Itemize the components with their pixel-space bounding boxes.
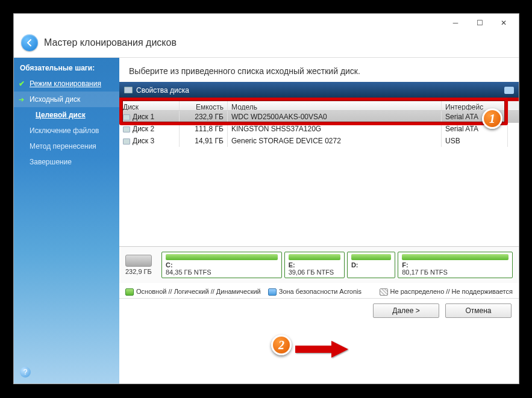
disk-icon <box>124 87 133 93</box>
col-capacity[interactable]: Емкость <box>180 101 228 110</box>
disk-summary: 232,9 ГБ <box>125 252 158 278</box>
annotation-badge-2: 2 <box>271 335 292 355</box>
sidebar-step-label: Метод перенесения <box>30 142 96 151</box>
partition-e[interactable]: E: 39,06 ГБ NTFS <box>284 252 345 278</box>
legend-swatch-primary <box>125 288 134 296</box>
partition-f[interactable]: F: 80,17 ГБ NTFS <box>398 252 513 278</box>
close-button[interactable]: ✕ <box>492 16 516 30</box>
col-interface[interactable]: Интерфейс <box>442 101 508 110</box>
sidebar-step-clone-mode[interactable]: ✔ Режим клонирования <box>14 76 119 92</box>
sidebar-step-exclusions: Исключение файлов <box>14 123 119 138</box>
legend-swatch-acronis <box>268 288 277 296</box>
disk-table: Диск Емкость Модель Интерфейс Диск 1 232… <box>119 98 519 246</box>
annotation-arrow-icon <box>295 341 349 359</box>
toolbar-props-label[interactable]: Свойства диска <box>136 86 189 95</box>
hdd-icon <box>123 138 130 145</box>
header: Мастер клонирования дисков <box>14 32 519 58</box>
scrollbar[interactable] <box>508 101 519 110</box>
back-button[interactable] <box>21 34 38 51</box>
sidebar: Обязательные шаги: ✔ Режим клонирования … <box>14 58 119 384</box>
help-button[interactable]: ? <box>20 367 31 378</box>
main-panel: Выберите из приведенного списка исходный… <box>119 58 519 384</box>
arrow-right-icon: ➔ <box>19 96 24 104</box>
sidebar-step-finish: Завершение <box>14 154 119 170</box>
footer: Далее > Отмена <box>119 298 519 323</box>
table-row[interactable]: Диск 1 232,9 ГБ WDC WD2500AAKS-00VSA0 Se… <box>119 111 519 123</box>
next-button[interactable]: Далее > <box>373 303 439 318</box>
sidebar-step-label: Исходный диск <box>30 95 80 104</box>
sidebar-step-label: Исключение файлов <box>30 126 99 135</box>
sidebar-step-source-disk[interactable]: ➔ Исходный диск <box>14 92 119 107</box>
instruction-text: Выберите из приведенного списка исходный… <box>119 58 519 82</box>
table-body: Диск 1 232,9 ГБ WDC WD2500AAKS-00VSA0 Se… <box>119 111 519 246</box>
legend-swatch-unalloc <box>380 288 388 296</box>
sidebar-step-label: Режим клонирования <box>30 79 101 88</box>
annotation-badge-1: 1 <box>482 108 502 129</box>
arrow-left-icon <box>25 39 34 47</box>
partition-panel: 232,9 ГБ C: 84,35 ГБ NTFS E: 39,06 ГБ NT… <box>119 246 519 283</box>
maximize-button[interactable]: ☐ <box>468 16 492 30</box>
table-header: Диск Емкость Модель Интерфейс <box>119 98 519 111</box>
titlebar: ─ ☐ ✕ <box>14 14 519 32</box>
columns-button[interactable] <box>504 87 514 94</box>
partition-c[interactable]: C: 84,35 ГБ NTFS <box>161 252 282 278</box>
partition-d[interactable]: D: <box>347 252 395 278</box>
hdd-icon <box>123 126 130 132</box>
disk-toolbar: Свойства диска <box>119 82 519 98</box>
table-row[interactable]: Диск 3 14,91 ГБ Generic STORAGE DEVICE 0… <box>119 135 519 147</box>
wizard-title: Мастер клонирования дисков <box>44 37 177 48</box>
disk-image-icon <box>125 255 152 267</box>
partition-bars: C: 84,35 ГБ NTFS E: 39,06 ГБ NTFS D: <box>161 252 513 278</box>
sidebar-group-label: Обязательные шаги: <box>14 60 119 76</box>
wizard-window: ─ ☐ ✕ Мастер клонирования дисков Обязате… <box>13 13 519 384</box>
col-disk[interactable]: Диск <box>119 101 180 110</box>
col-model[interactable]: Модель <box>228 101 442 110</box>
minimize-button[interactable]: ─ <box>443 16 468 30</box>
sidebar-step-target-disk[interactable]: Целевой диск <box>14 107 119 123</box>
sidebar-step-label: Целевой диск <box>36 111 86 119</box>
sidebar-step-method: Метод перенесения <box>14 138 119 154</box>
legend: Основной // Логический // Динамический З… <box>119 283 519 298</box>
svg-marker-0 <box>295 341 348 358</box>
table-row[interactable]: Диск 2 111,8 ГБ KINGSTON SHSS37A120G Ser… <box>119 123 519 135</box>
hdd-icon <box>123 114 130 120</box>
sidebar-step-label: Завершение <box>30 158 72 166</box>
cancel-button[interactable]: Отмена <box>445 303 512 318</box>
check-icon: ✔ <box>19 79 25 88</box>
